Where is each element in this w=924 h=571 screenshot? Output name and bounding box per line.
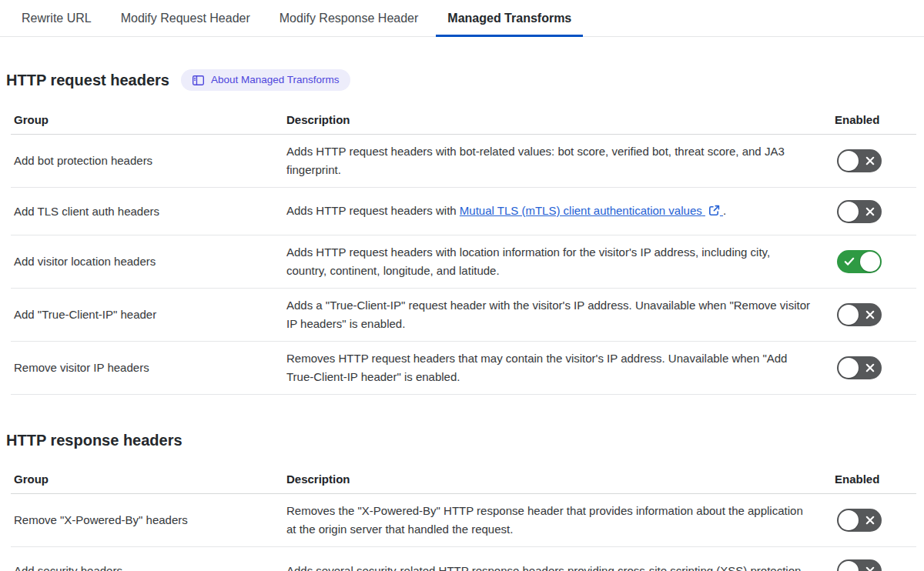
x-icon [865, 566, 875, 571]
toggle-knob [839, 561, 859, 571]
x-icon [865, 207, 875, 216]
check-icon [844, 257, 855, 266]
request-headers-section: HTTP request headers About Managed Trans… [0, 69, 924, 395]
enabled-toggle[interactable] [837, 303, 882, 326]
table-row: Add bot protection headers Adds HTTP req… [11, 135, 916, 188]
group-cell: Add "True-Client-IP" header [11, 289, 286, 342]
tab-label: Rewrite URL [22, 12, 92, 25]
x-icon [865, 156, 875, 165]
toggle-knob [839, 305, 859, 325]
description-cell: Adds HTTP request headers with location … [286, 235, 835, 289]
table-header-row: Group Description Enabled [11, 102, 916, 135]
enabled-toggle[interactable] [837, 559, 882, 571]
table-row: Add "True-Client-IP" header Adds a "True… [11, 289, 916, 342]
group-cell: Add visitor location headers [11, 235, 286, 289]
toggle-knob [839, 202, 859, 222]
table-header-row: Group Description Enabled [11, 462, 916, 494]
column-header-group: Group [11, 102, 286, 135]
enabled-toggle[interactable] [837, 200, 882, 223]
tab-label: Modify Request Header [121, 12, 250, 25]
request-headers-table: Group Description Enabled Add bot protec… [11, 102, 916, 395]
x-icon [865, 310, 875, 319]
tab-label: Managed Transforms [447, 12, 571, 25]
enabled-toggle[interactable] [837, 250, 882, 273]
table-row: Add TLS client auth headers Adds HTTP re… [11, 188, 916, 235]
x-icon [865, 363, 875, 372]
group-cell: Remove visitor IP headers [11, 342, 286, 395]
external-link-icon [708, 205, 723, 219]
group-cell: Add TLS client auth headers [11, 188, 286, 235]
request-section-title: HTTP request headers [6, 70, 169, 90]
column-header-group: Group [11, 462, 286, 494]
tab-modify-response-header[interactable]: Modify Response Header [268, 0, 430, 37]
table-row: Add visitor location headers Adds HTTP r… [11, 235, 916, 289]
toggle-knob [839, 151, 859, 171]
table-row: Remove "X-Powered-By" headers Removes th… [11, 494, 916, 547]
table-row: Remove visitor IP headers Removes HTTP r… [11, 342, 916, 395]
about-managed-transforms-badge[interactable]: About Managed Transforms [181, 69, 350, 91]
response-headers-table: Group Description Enabled Remove "X-Powe… [11, 462, 916, 571]
tab-managed-transforms[interactable]: Managed Transforms [436, 0, 583, 37]
toggle-knob [839, 358, 859, 378]
response-headers-section: HTTP response headers Group Description … [0, 430, 924, 571]
book-icon [192, 75, 205, 86]
column-header-enabled: Enabled [835, 462, 916, 494]
column-header-description: Description [286, 462, 835, 494]
description-cell: Adds HTTP request headers with Mutual TL… [286, 188, 835, 235]
x-icon [865, 516, 875, 525]
description-link[interactable]: Mutual TLS (mTLS) client authentication … [460, 204, 723, 217]
enabled-toggle[interactable] [837, 509, 882, 532]
tab-label: Modify Response Header [280, 12, 419, 25]
table-row: Add security headers Adds several securi… [11, 547, 916, 571]
group-cell: Add bot protection headers [11, 135, 286, 188]
column-header-description: Description [286, 102, 835, 135]
description-cell: Removes the "X-Powered-By" HTTP response… [286, 494, 835, 547]
tab-modify-request-header[interactable]: Modify Request Header [109, 0, 262, 37]
tab-bar: Rewrite URL Modify Request Header Modify… [0, 0, 924, 37]
group-cell: Remove "X-Powered-By" headers [11, 494, 286, 547]
toggle-knob [860, 252, 880, 272]
description-cell: Adds several security-related HTTP respo… [286, 547, 835, 571]
badge-label: About Managed Transforms [211, 70, 340, 90]
description-cell: Removes HTTP request headers that may co… [286, 342, 835, 395]
group-cell: Add security headers [11, 547, 286, 571]
response-section-title: HTTP response headers [6, 430, 182, 450]
description-cell: Adds a "True-Client-IP" request header w… [286, 289, 835, 342]
enabled-toggle[interactable] [837, 149, 882, 172]
tab-rewrite-url[interactable]: Rewrite URL [10, 0, 103, 37]
description-cell: Adds HTTP request headers with bot-relat… [286, 135, 835, 188]
column-header-enabled: Enabled [835, 102, 916, 135]
toggle-knob [839, 510, 859, 530]
enabled-toggle[interactable] [837, 356, 882, 379]
